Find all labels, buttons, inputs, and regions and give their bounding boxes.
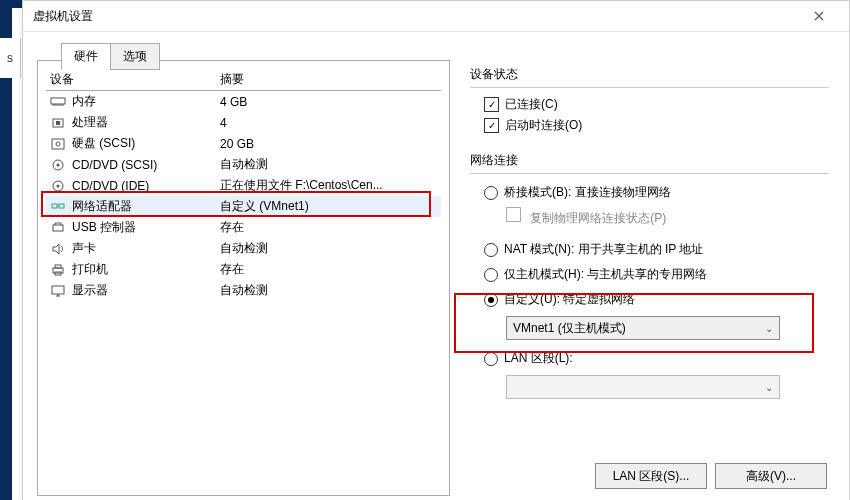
display-icon	[50, 284, 66, 298]
device-summary: 自定义 (VMnet1)	[220, 198, 441, 215]
svg-rect-3	[52, 139, 64, 149]
settings-panel: 设备状态 ✓ 已连接(C) ✓ 启动时连接(O) 网络连接 桥接模式(B): 直…	[464, 60, 835, 496]
radio-icon	[484, 352, 498, 366]
device-summary: 自动检测	[220, 240, 441, 257]
device-name: CD/DVD (IDE)	[72, 179, 149, 193]
chevron-down-icon: ⌄	[765, 323, 773, 334]
tab-hardware[interactable]: 硬件	[61, 43, 111, 70]
device-name: 硬盘 (SCSI)	[72, 135, 135, 152]
svg-rect-13	[55, 265, 61, 268]
device-summary: 正在使用文件 F:\Centos\Cen...	[220, 177, 441, 194]
connect-on-start-checkbox[interactable]: ✓ 启动时连接(O)	[470, 115, 829, 136]
checkbox-icon	[506, 207, 521, 222]
device-name: 打印机	[72, 261, 108, 278]
replicate-state-checkbox: 复制物理网络连接状态(P)	[470, 205, 829, 229]
device-list-header: 设备 摘要	[46, 69, 441, 91]
device-row-cpu[interactable]: 处理器4	[46, 112, 441, 133]
titlebar: 虚拟机设置	[23, 1, 849, 32]
device-summary: 4	[220, 116, 441, 130]
close-button[interactable]	[799, 2, 839, 30]
radio-icon	[484, 186, 498, 200]
bridged-label: 桥接模式(B): 直接连接物理网络	[504, 184, 671, 201]
device-row-print[interactable]: 打印机存在	[46, 259, 441, 280]
close-icon	[814, 11, 824, 21]
connected-checkbox[interactable]: ✓ 已连接(C)	[470, 94, 829, 115]
device-name: USB 控制器	[72, 219, 136, 236]
device-name: 网络适配器	[72, 198, 132, 215]
device-summary: 20 GB	[220, 137, 441, 151]
device-row-disk[interactable]: 硬盘 (SCSI)20 GB	[46, 133, 441, 154]
lan-segments-button[interactable]: LAN 区段(S)...	[595, 463, 707, 489]
advanced-button[interactable]: 高级(V)...	[715, 463, 827, 489]
custom-network-select[interactable]: VMnet1 (仅主机模式) ⌄	[506, 316, 780, 340]
radio-icon	[484, 268, 498, 282]
radio-custom[interactable]: 自定义(U): 特定虚拟网络	[470, 287, 829, 312]
device-row-sound[interactable]: 声卡自动检测	[46, 238, 441, 259]
tab-options[interactable]: 选项	[110, 43, 160, 70]
radio-hostonly[interactable]: 仅主机模式(H): 与主机共享的专用网络	[470, 262, 829, 287]
network-group-label: 网络连接	[470, 150, 829, 173]
radio-lan-segment[interactable]: LAN 区段(L):	[470, 346, 829, 371]
svg-point-4	[56, 142, 60, 146]
svg-rect-0	[51, 98, 65, 104]
device-name: 处理器	[72, 114, 108, 131]
device-name: CD/DVD (SCSI)	[72, 158, 157, 172]
device-row-usb[interactable]: USB 控制器存在	[46, 217, 441, 238]
cd-icon	[50, 158, 66, 172]
tab-strip: 硬件 选项	[61, 43, 159, 70]
radio-icon	[484, 243, 498, 257]
print-icon	[50, 263, 66, 277]
lan-segment-select: ⌄	[506, 375, 780, 399]
connect-on-label: 启动时连接(O)	[505, 117, 582, 134]
svg-rect-15	[52, 286, 64, 294]
device-summary: 自动检测	[220, 156, 441, 173]
device-summary: 存在	[220, 261, 441, 278]
device-name: 内存	[72, 93, 96, 110]
dialog-title: 虚拟机设置	[33, 8, 93, 25]
radio-nat[interactable]: NAT 模式(N): 用于共享主机的 IP 地址	[470, 237, 829, 262]
device-row-cd[interactable]: CD/DVD (SCSI)自动检测	[46, 154, 441, 175]
memory-icon	[50, 95, 66, 109]
status-group-label: 设备状态	[470, 64, 829, 87]
sound-icon	[50, 242, 66, 256]
device-row-cd[interactable]: CD/DVD (IDE)正在使用文件 F:\Centos\Cen...	[46, 175, 441, 196]
svg-rect-10	[59, 204, 64, 208]
cd-icon	[50, 179, 66, 193]
device-row-memory[interactable]: 内存4 GB	[46, 91, 441, 112]
replicate-label: 复制物理网络连接状态(P)	[530, 211, 666, 225]
device-name: 显示器	[72, 282, 108, 299]
chevron-down-icon: ⌄	[765, 382, 773, 393]
svg-rect-11	[53, 225, 63, 231]
usb-icon	[50, 221, 66, 235]
vm-settings-dialog: 虚拟机设置 硬件 选项 设备 摘要 内存4 GB处理器4硬盘 (SCSI)20 …	[22, 0, 850, 500]
device-row-net[interactable]: 网络适配器自定义 (VMnet1)	[46, 196, 441, 217]
net-icon	[50, 200, 66, 214]
custom-select-value: VMnet1 (仅主机模式)	[513, 320, 626, 337]
cpu-icon	[50, 116, 66, 130]
nat-label: NAT 模式(N): 用于共享主机的 IP 地址	[504, 241, 703, 258]
device-summary: 自动检测	[220, 282, 441, 299]
lan-label: LAN 区段(L):	[504, 350, 573, 367]
device-row-display[interactable]: 显示器自动检测	[46, 280, 441, 301]
device-list-panel: 设备 摘要 内存4 GB处理器4硬盘 (SCSI)20 GBCD/DVD (SC…	[37, 60, 450, 496]
radio-icon	[484, 293, 498, 307]
disk-icon	[50, 137, 66, 151]
col-summary: 摘要	[220, 71, 441, 88]
svg-point-8	[57, 184, 60, 187]
checkbox-icon: ✓	[484, 118, 499, 133]
hostonly-label: 仅主机模式(H): 与主机共享的专用网络	[504, 266, 707, 283]
svg-point-6	[57, 163, 60, 166]
device-summary: 存在	[220, 219, 441, 236]
device-name: 声卡	[72, 240, 96, 257]
background-fragment: s	[0, 38, 21, 78]
svg-rect-9	[52, 204, 57, 208]
checkbox-icon: ✓	[484, 97, 499, 112]
col-device: 设备	[46, 71, 220, 88]
connected-label: 已连接(C)	[505, 96, 558, 113]
svg-rect-2	[56, 121, 60, 125]
custom-label: 自定义(U): 特定虚拟网络	[504, 291, 635, 308]
device-summary: 4 GB	[220, 95, 441, 109]
radio-bridged[interactable]: 桥接模式(B): 直接连接物理网络	[470, 180, 829, 205]
